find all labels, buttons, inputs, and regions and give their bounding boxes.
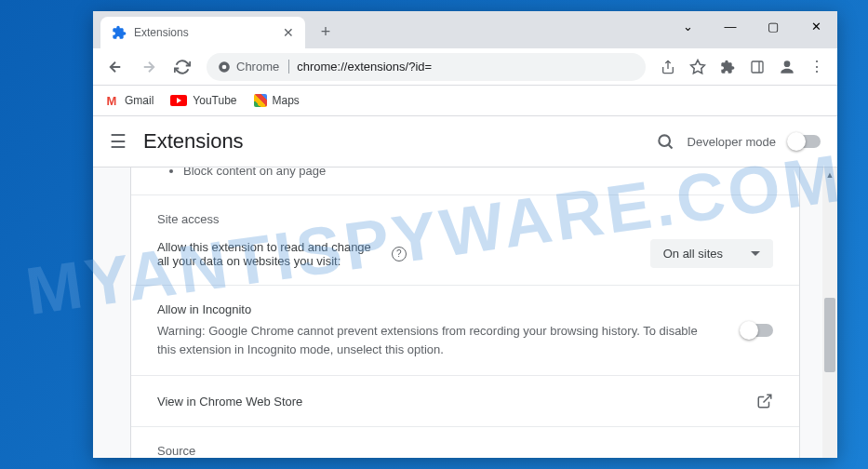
profile-avatar-icon[interactable]	[774, 54, 800, 80]
reload-button[interactable]	[167, 52, 197, 82]
search-icon[interactable]	[656, 132, 674, 151]
maximize-button[interactable]: ▢	[752, 11, 795, 41]
bookmark-label: Gmail	[125, 94, 154, 107]
chrome-window: Extensions ✕ + ⌄ — ▢ ✕ Chrome chrome://e…	[93, 11, 837, 458]
chrome-icon	[218, 60, 231, 74]
bookmark-youtube[interactable]: YouTube	[170, 94, 236, 107]
close-window-button[interactable]: ✕	[795, 11, 837, 41]
incognito-warning: Warning: Google Chrome cannot prevent ex…	[157, 322, 715, 358]
toolbar: Chrome chrome://extensions/?id= ⋮	[93, 48, 837, 86]
source-label: Source	[157, 444, 773, 458]
window-controls: ⌄ — ▢ ✕	[666, 11, 837, 41]
new-tab-button[interactable]: +	[313, 19, 339, 45]
scrollbar[interactable]: ▲	[822, 168, 837, 458]
svg-rect-3	[752, 61, 763, 73]
forward-button[interactable]	[134, 52, 164, 82]
svg-marker-2	[691, 60, 705, 73]
sidepanel-icon[interactable]	[744, 54, 770, 80]
minimize-button[interactable]: —	[709, 11, 752, 41]
permission-item: Block content on any page	[183, 168, 773, 178]
hamburger-menu-icon[interactable]: ☰	[110, 130, 127, 153]
gmail-icon: M	[104, 93, 119, 108]
view-webstore-link[interactable]: View in Chrome Web Store	[157, 395, 756, 409]
extension-details-panel: Block content on any page Site access Al…	[130, 168, 800, 458]
bookmark-gmail[interactable]: M Gmail	[104, 93, 154, 108]
bookmark-label: YouTube	[193, 94, 236, 107]
svg-point-1	[222, 64, 227, 69]
extensions-puzzle-icon[interactable]	[714, 54, 741, 80]
address-text: chrome://extensions/?id=	[297, 60, 432, 74]
content-area: Block content on any page Site access Al…	[93, 168, 837, 458]
bookmark-maps[interactable]: Maps	[254, 94, 300, 107]
page-title: Extensions	[143, 129, 244, 154]
chevron-down-icon	[751, 251, 760, 256]
address-chip: Chrome	[218, 60, 289, 74]
dropdown-value: On all sites	[663, 247, 723, 261]
back-button[interactable]	[100, 52, 130, 82]
page-header: ☰ Extensions Developer mode	[93, 115, 837, 168]
svg-point-6	[659, 135, 670, 146]
scroll-up-icon[interactable]: ▲	[822, 168, 837, 182]
incognito-title: Allow in Incognito	[157, 302, 741, 316]
site-access-text: Allow this extension to read and change …	[157, 240, 382, 268]
svg-point-5	[784, 60, 791, 67]
address-bar[interactable]: Chrome chrome://extensions/?id=	[207, 53, 646, 81]
extension-icon	[112, 25, 127, 40]
developer-mode-label: Developer mode	[688, 135, 776, 149]
permission-list: Block content on any page	[157, 168, 773, 178]
bookmark-star-icon[interactable]	[685, 54, 711, 80]
tab-close-icon[interactable]: ✕	[283, 25, 294, 40]
scroll-thumb[interactable]	[824, 298, 835, 372]
kebab-menu-icon[interactable]: ⋮	[804, 54, 830, 80]
bookmark-label: Maps	[273, 94, 300, 107]
bookmarks-bar: M Gmail YouTube Maps	[93, 86, 837, 115]
chip-label: Chrome	[236, 60, 279, 74]
titlebar: Extensions ✕ + ⌄ — ▢ ✕	[93, 11, 837, 48]
developer-mode-toggle[interactable]	[789, 135, 821, 148]
incognito-toggle[interactable]	[741, 324, 773, 337]
share-icon[interactable]	[655, 54, 681, 80]
svg-line-7	[668, 145, 672, 149]
dropdown-caret-icon[interactable]: ⌄	[666, 11, 709, 41]
external-link-icon[interactable]	[756, 393, 773, 409]
site-access-label: Site access	[157, 212, 773, 226]
youtube-icon	[170, 95, 187, 106]
tab-title: Extensions	[134, 26, 189, 39]
site-access-dropdown[interactable]: On all sites	[650, 239, 773, 268]
help-icon[interactable]: ?	[392, 247, 407, 261]
browser-tab[interactable]: Extensions ✕	[100, 17, 305, 48]
maps-icon	[254, 94, 267, 107]
